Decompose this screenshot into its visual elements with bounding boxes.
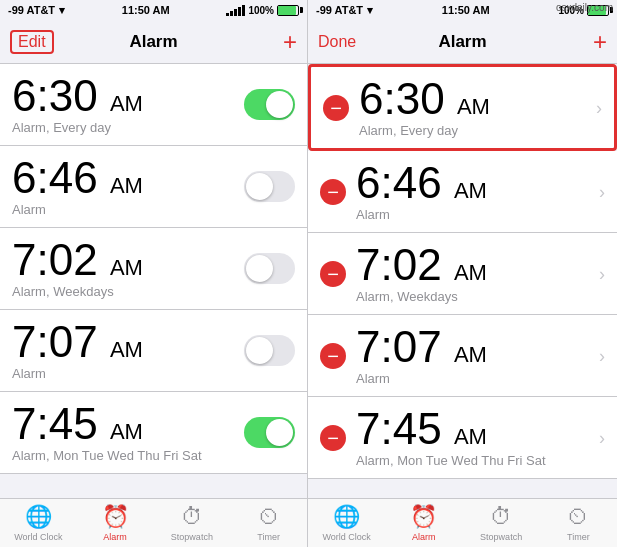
delete-btn-2[interactable] — [320, 179, 346, 205]
right-time: 11:50 AM — [442, 4, 490, 16]
alarm-row-1[interactable]: 6:30 AM Alarm, Every day — [0, 64, 307, 146]
left-timer-label: Timer — [257, 532, 280, 542]
chevron-5: › — [599, 429, 605, 447]
left-world-clock-label: World Clock — [14, 532, 62, 542]
toggle-1[interactable] — [244, 89, 295, 120]
right-phone-panel: -99 AT&T ▾ 11:50 AM 100% osxdaily.com Do… — [308, 0, 617, 547]
right-alarm-label-2: Alarm — [356, 207, 487, 222]
alarm-time-5: 7:45 AM — [12, 402, 202, 446]
right-alarm-time-1: 6:30 AM — [359, 77, 490, 121]
toggle-knob-1 — [266, 91, 293, 118]
left-add-button[interactable]: + — [283, 30, 297, 54]
right-alarm-row-4[interactable]: 7:07 AM Alarm › — [308, 315, 617, 397]
right-alarm-row-2-left: 6:46 AM Alarm — [356, 161, 487, 222]
right-world-clock-icon: 🌐 — [333, 504, 360, 530]
alarm-time-4: 7:07 AM — [12, 320, 143, 364]
right-alarm-row-3[interactable]: 7:02 AM Alarm, Weekdays › — [308, 233, 617, 315]
toggle-5[interactable] — [244, 417, 295, 448]
ampm-4: AM — [110, 337, 143, 362]
delete-btn-4[interactable] — [320, 343, 346, 369]
alarm-row-4-left: 7:07 AM Alarm — [12, 320, 143, 381]
right-tab-timer[interactable]: ⏲ Timer — [540, 504, 617, 542]
toggle-4[interactable] — [244, 335, 295, 366]
left-tab-bar: 🌐 World Clock ⏰ Alarm ⏱ Stopwatch ⏲ Time… — [0, 498, 307, 547]
left-tab-world-clock[interactable]: 🌐 World Clock — [0, 504, 77, 542]
left-tab-stopwatch[interactable]: ⏱ Stopwatch — [154, 504, 231, 542]
right-ampm-1: AM — [457, 94, 490, 119]
left-alarm-icon: ⏰ — [102, 504, 129, 530]
right-add-button[interactable]: + — [593, 30, 607, 54]
chevron-4: › — [599, 347, 605, 365]
left-right-status: 100% — [226, 5, 299, 16]
right-ampm-4: AM — [454, 342, 487, 367]
right-status-bar: -99 AT&T ▾ 11:50 AM 100% — [308, 0, 617, 20]
left-battery-text: 100% — [248, 5, 274, 16]
alarm-row-5-left: 7:45 AM Alarm, Mon Tue Wed Thu Fri Sat — [12, 402, 202, 463]
alarm-row-1-left: 6:30 AM Alarm, Every day — [12, 74, 143, 135]
right-alarm-row-1[interactable]: 6:30 AM Alarm, Every day › — [308, 64, 617, 151]
left-wifi-icon: ▾ — [59, 4, 65, 17]
left-stopwatch-icon: ⏱ — [181, 504, 203, 530]
alarm-label-1: Alarm, Every day — [12, 120, 143, 135]
edit-button[interactable]: Edit — [10, 30, 54, 54]
delete-btn-5[interactable] — [320, 425, 346, 451]
alarm-time-1: 6:30 AM — [12, 74, 143, 118]
right-tab-world-clock[interactable]: 🌐 World Clock — [308, 504, 385, 542]
alarm-row-3-right — [244, 253, 295, 284]
right-alarm-row-5-edit-left: 7:45 AM Alarm, Mon Tue Wed Thu Fri Sat — [320, 407, 546, 468]
toggle-knob-3 — [246, 255, 273, 282]
right-alarm-row-3-edit-left: 7:02 AM Alarm, Weekdays — [320, 243, 487, 304]
left-status-bar: -99 AT&T ▾ 11:50 AM 100% — [0, 0, 307, 20]
left-status-left: -99 AT&T ▾ — [8, 4, 65, 17]
alarm-row-5[interactable]: 7:45 AM Alarm, Mon Tue Wed Thu Fri Sat — [0, 392, 307, 474]
done-button[interactable]: Done — [318, 33, 356, 51]
right-ampm-5: AM — [454, 424, 487, 449]
alarm-row-2[interactable]: 6:46 AM Alarm — [0, 146, 307, 228]
alarm-row-4[interactable]: 7:07 AM Alarm — [0, 310, 307, 392]
left-tab-timer[interactable]: ⏲ Timer — [230, 504, 307, 542]
right-status-left: -99 AT&T ▾ — [316, 4, 373, 17]
right-alarm-row-1-left: 6:30 AM Alarm, Every day — [359, 77, 490, 138]
delete-btn-3[interactable] — [320, 261, 346, 287]
alarm-row-2-right — [244, 171, 295, 202]
right-world-clock-label: World Clock — [322, 532, 370, 542]
toggle-3[interactable] — [244, 253, 295, 284]
chevron-2: › — [599, 183, 605, 201]
left-tab-alarm[interactable]: ⏰ Alarm — [77, 504, 154, 542]
alarm-label-4: Alarm — [12, 366, 143, 381]
right-tab-alarm[interactable]: ⏰ Alarm — [385, 504, 462, 542]
toggle-knob-5 — [266, 419, 293, 446]
alarm-time-2: 6:46 AM — [12, 156, 143, 200]
toggle-knob-2 — [246, 173, 273, 200]
right-timer-icon: ⏲ — [567, 504, 589, 530]
right-tab-stopwatch[interactable]: ⏱ Stopwatch — [463, 504, 540, 542]
right-battery-icon — [587, 5, 609, 16]
right-alarm-label-5: Alarm, Mon Tue Wed Thu Fri Sat — [356, 453, 546, 468]
right-alarm-time-2: 6:46 AM — [356, 161, 487, 205]
right-stopwatch-label: Stopwatch — [480, 532, 522, 542]
right-alarm-label-3: Alarm, Weekdays — [356, 289, 487, 304]
right-alarm-label: Alarm — [412, 532, 436, 542]
alarm-row-3[interactable]: 7:02 AM Alarm, Weekdays — [0, 228, 307, 310]
alarm-label-5: Alarm, Mon Tue Wed Thu Fri Sat — [12, 448, 202, 463]
right-alarm-icon: ⏰ — [410, 504, 437, 530]
left-world-clock-icon: 🌐 — [25, 504, 52, 530]
toggle-2[interactable] — [244, 171, 295, 202]
right-alarm-time-5: 7:45 AM — [356, 407, 546, 451]
alarm-time-3: 7:02 AM — [12, 238, 143, 282]
right-alarm-row-2[interactable]: 6:46 AM Alarm › — [308, 151, 617, 233]
left-stopwatch-label: Stopwatch — [171, 532, 213, 542]
right-alarm-label-1: Alarm, Every day — [359, 123, 490, 138]
right-alarm-time-3: 7:02 AM — [356, 243, 487, 287]
right-wifi-icon: ▾ — [367, 4, 373, 17]
left-carrier: -99 AT&T — [8, 4, 55, 16]
right-alarm-row-4-left: 7:07 AM Alarm — [356, 325, 487, 386]
chevron-3: › — [599, 265, 605, 283]
left-time: 11:50 AM — [122, 4, 170, 16]
delete-btn-1[interactable] — [323, 95, 349, 121]
left-alarm-list: 6:30 AM Alarm, Every day 6:46 AM Alarm — [0, 64, 307, 498]
left-battery-icon — [277, 5, 299, 16]
ampm-1: AM — [110, 91, 143, 116]
right-battery-text: 100% — [558, 5, 584, 16]
right-alarm-row-5[interactable]: 7:45 AM Alarm, Mon Tue Wed Thu Fri Sat › — [308, 397, 617, 479]
